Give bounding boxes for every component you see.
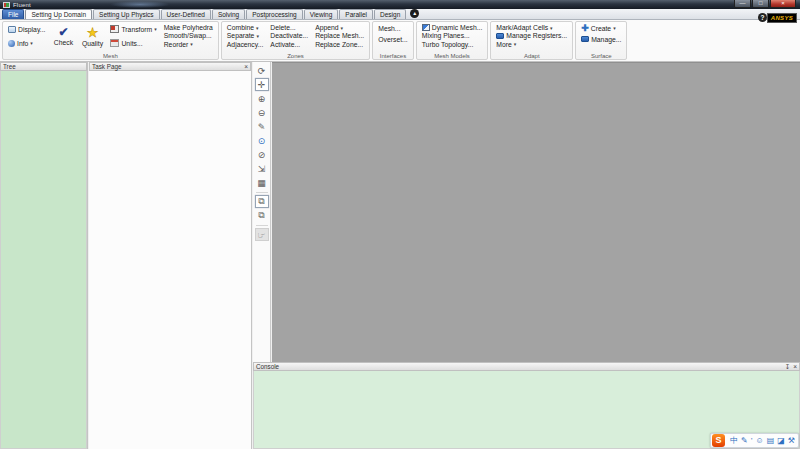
mark-adapt-cells-button[interactable]: Mark/Adapt Cells ▾ bbox=[494, 24, 569, 31]
make-polyhedra-button[interactable]: Make Polyhedra bbox=[162, 24, 215, 31]
tab-setting-up-domain[interactable]: Setting Up Domain bbox=[25, 9, 92, 19]
interfaces-mesh-label: Mesh... bbox=[378, 25, 400, 32]
close-icon[interactable]: × bbox=[793, 363, 797, 371]
activate-label: Activate... bbox=[270, 41, 300, 48]
toolbar-separator bbox=[256, 192, 268, 193]
ime-tools-icon[interactable]: ⚒ bbox=[788, 434, 795, 447]
close-button[interactable]: × bbox=[770, 0, 796, 8]
tab-parallel[interactable]: Parallel bbox=[339, 9, 373, 19]
ribbon: Display... Info ▾ ✔ Check ★ Quality Tr bbox=[0, 20, 800, 62]
tree-panel-header[interactable]: Tree bbox=[0, 62, 87, 71]
copy-view-front-icon[interactable]: ⧉ bbox=[255, 195, 269, 208]
zoom-out-icon[interactable]: ⊖ bbox=[255, 106, 269, 119]
ime-emoji-icon[interactable]: ☺ bbox=[756, 434, 764, 447]
overset-label: Overset... bbox=[378, 36, 407, 43]
replace-mesh-label: Replace Mesh... bbox=[315, 32, 364, 39]
tab-user-defined[interactable]: User-Defined bbox=[161, 9, 211, 19]
tab-viewing[interactable]: Viewing bbox=[304, 9, 339, 19]
activate-button[interactable]: Activate... bbox=[268, 41, 310, 48]
graphics-viewport[interactable] bbox=[272, 62, 800, 362]
units-button[interactable]: Units... bbox=[108, 38, 158, 48]
task-page-body[interactable] bbox=[89, 71, 251, 449]
ime-toolbar: S 中 ✎ ’ ☺ ▤ ◪ ⚒ bbox=[710, 433, 799, 448]
delete-button[interactable]: Delete... bbox=[268, 24, 310, 31]
adjacency-button[interactable]: Adjacency... bbox=[225, 41, 266, 48]
separate-label: Separate bbox=[227, 32, 255, 39]
ime-handwriting-icon[interactable]: ✎ bbox=[741, 434, 748, 447]
hand-tool-icon[interactable]: ☞ bbox=[255, 228, 269, 241]
tab-solving[interactable]: Solving bbox=[212, 9, 245, 19]
zoom-box-icon[interactable]: ⊘ bbox=[255, 148, 269, 161]
transform-button[interactable]: Transform ▾ bbox=[108, 24, 158, 34]
tab-postprocessing[interactable]: Postprocessing bbox=[246, 9, 302, 19]
tab-design[interactable]: Design bbox=[374, 9, 406, 19]
manage-registers-button[interactable]: Manage Registers... bbox=[494, 32, 569, 39]
smooth-swap-button[interactable]: Smooth/Swap... bbox=[162, 32, 215, 39]
probe-icon[interactable]: ✎ bbox=[255, 120, 269, 133]
display-button[interactable]: Display... bbox=[6, 24, 47, 34]
check-label: Check bbox=[54, 39, 73, 46]
dropdown-arrow-icon: ▾ bbox=[341, 25, 344, 31]
more-button[interactable]: More ▾ bbox=[494, 41, 569, 48]
task-page-title: Task Page bbox=[92, 63, 121, 70]
pan-icon[interactable]: ✛ bbox=[255, 78, 269, 91]
separate-button[interactable]: Separate ▾ bbox=[225, 32, 266, 39]
ime-punctuation-icon[interactable]: ’ bbox=[751, 434, 753, 447]
dropdown-arrow-icon: ▾ bbox=[514, 41, 517, 47]
graphics-toolbar: ⟳ ✛ ⊕ ⊖ ✎ ⊙ ⊘ ⇲ ▦ ⧉ ⧉ ☞ bbox=[253, 62, 271, 362]
create-surface-button[interactable]: ✚ Create ▾ bbox=[579, 23, 623, 33]
ime-skin-icon[interactable]: ◪ bbox=[777, 434, 785, 447]
plus-icon: ✚ bbox=[581, 24, 589, 32]
ime-clipboard-icon[interactable]: ▤ bbox=[767, 434, 775, 447]
ime-mode-icon[interactable]: 中 bbox=[730, 434, 738, 447]
info-label: Info bbox=[17, 40, 28, 47]
reorder-button[interactable]: Reorder ▾ bbox=[162, 41, 215, 48]
copy-view-back-icon[interactable]: ⧉ bbox=[255, 209, 269, 222]
dynamic-mesh-icon bbox=[422, 24, 430, 31]
reorder-label: Reorder bbox=[164, 41, 189, 48]
zoom-to-selection-icon[interactable]: ⊙ bbox=[255, 134, 269, 147]
tab-file[interactable]: File bbox=[2, 9, 24, 19]
info-button[interactable]: Info ▾ bbox=[6, 38, 47, 48]
minimize-button[interactable]: — bbox=[734, 0, 751, 8]
save-picture-icon[interactable]: ▦ bbox=[255, 176, 269, 189]
tab-setting-up-physics[interactable]: Setting Up Physics bbox=[93, 9, 160, 19]
overset-button[interactable]: Overset... bbox=[376, 34, 409, 44]
ribbon-group-adapt: Mark/Adapt Cells ▾ Manage Registers... M… bbox=[490, 21, 573, 60]
mixing-planes-label: Mixing Planes... bbox=[422, 32, 470, 39]
combine-button[interactable]: Combine ▾ bbox=[225, 24, 266, 31]
dynamic-mesh-button[interactable]: Dynamic Mesh... bbox=[420, 24, 485, 31]
close-icon[interactable]: × bbox=[244, 63, 248, 71]
dynamic-mesh-label: Dynamic Mesh... bbox=[432, 24, 483, 31]
zoom-in-icon[interactable]: ⊕ bbox=[255, 92, 269, 105]
check-icon: ✔ bbox=[58, 27, 68, 38]
units-label: Units... bbox=[121, 40, 142, 47]
mixing-planes-button[interactable]: Mixing Planes... bbox=[420, 32, 485, 39]
turbo-topology-button[interactable]: Turbo Topology... bbox=[420, 41, 485, 48]
rotate-view-icon[interactable]: ⟳ bbox=[255, 64, 269, 77]
append-button[interactable]: Append ▾ bbox=[313, 24, 366, 31]
sogou-logo-icon[interactable]: S bbox=[712, 434, 725, 447]
task-page-panel: Task Page × bbox=[89, 62, 252, 449]
interfaces-mesh-button[interactable]: Mesh... bbox=[376, 23, 409, 33]
minimize-ribbon-icon[interactable]: ▴ bbox=[410, 9, 419, 18]
combine-label: Combine bbox=[227, 24, 254, 31]
fit-to-window-icon[interactable]: ⇲ bbox=[255, 162, 269, 175]
adapt-group-label: Adapt bbox=[491, 53, 572, 59]
tree-panel-body[interactable] bbox=[0, 71, 87, 449]
replace-zone-button[interactable]: Replace Zone... bbox=[313, 41, 366, 48]
replace-mesh-button[interactable]: Replace Mesh... bbox=[313, 32, 366, 39]
window-controls: — □ × bbox=[733, 0, 796, 8]
console-title: Console bbox=[256, 363, 279, 370]
console-header[interactable]: Console ↧ × bbox=[253, 362, 800, 371]
check-button[interactable]: ✔ Check bbox=[50, 23, 76, 50]
maximize-button[interactable]: □ bbox=[752, 0, 769, 8]
task-page-header[interactable]: Task Page × bbox=[89, 62, 251, 71]
quality-button[interactable]: ★ Quality bbox=[79, 23, 105, 50]
deactivate-button[interactable]: Deactivate... bbox=[268, 32, 310, 39]
ribbon-group-surface: ✚ Create ▾ Manage... Surface bbox=[575, 21, 627, 60]
manage-surface-button[interactable]: Manage... bbox=[579, 34, 623, 44]
manage-registers-icon bbox=[496, 33, 504, 39]
help-icon[interactable]: ? bbox=[758, 13, 767, 22]
pin-icon[interactable]: ↧ bbox=[785, 363, 790, 371]
